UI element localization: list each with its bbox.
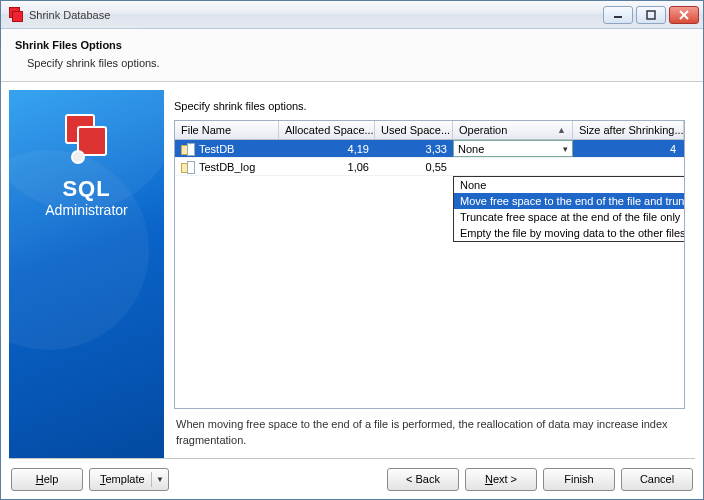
cancel-button[interactable]: Cancel — [621, 468, 693, 491]
col-size-after[interactable]: Size after Shrinking... — [573, 121, 684, 139]
dropdown-option[interactable]: Truncate free space at the end of the fi… — [454, 209, 685, 225]
col-allocated[interactable]: Allocated Space... — [279, 121, 375, 139]
operation-dropdown-list[interactable]: NoneMove free space to the end of the fi… — [453, 176, 685, 242]
template-button[interactable]: Template▼ — [89, 468, 169, 491]
svg-rect-1 — [647, 11, 655, 19]
footer: Help Template▼ < Back Next > Finish Canc… — [1, 459, 703, 499]
sort-asc-icon: ▲ — [557, 125, 566, 135]
cell-allocated: 4,19 — [279, 140, 375, 157]
dropdown-option[interactable]: Empty the file by moving data to the oth… — [454, 225, 685, 241]
next-button[interactable]: Next > — [465, 468, 537, 491]
sidebar: SQL Administrator — [9, 90, 164, 458]
col-used[interactable]: Used Space... — [375, 121, 453, 139]
cell-allocated: 1,06 — [279, 158, 375, 175]
cell-used: 0,55 — [375, 158, 453, 175]
grid-body: TestDB4,193,33None▾4TestDB_log1,060,55No… — [175, 140, 684, 408]
brand-line2: Administrator — [45, 202, 127, 218]
cell-operation[interactable] — [453, 158, 573, 175]
brand-line1: SQL — [45, 176, 127, 202]
close-button[interactable] — [669, 6, 699, 24]
col-file-name[interactable]: File Name — [175, 121, 279, 139]
main-label: Specify shrink files options. — [174, 100, 685, 112]
app-icon — [7, 7, 23, 23]
dropdown-option[interactable]: Move free space to the end of the file a… — [454, 193, 685, 209]
brand-icon — [57, 114, 117, 164]
cell-size-after: 4 — [573, 140, 684, 157]
brand-text: SQL Administrator — [45, 176, 127, 218]
cell-operation[interactable]: None▾ — [453, 140, 573, 157]
help-button[interactable]: Help — [11, 468, 83, 491]
table-row[interactable]: TestDB_log1,060,55 — [175, 158, 684, 176]
table-row[interactable]: TestDB4,193,33None▾4 — [175, 140, 684, 158]
operation-dropdown[interactable]: None▾ — [453, 140, 573, 157]
back-button[interactable]: < Back — [387, 468, 459, 491]
cell-file-name: TestDB — [175, 140, 279, 157]
grid-header: File Name Allocated Space... Used Space.… — [175, 121, 684, 140]
finish-button[interactable]: Finish — [543, 468, 615, 491]
cell-file-name: TestDB_log — [175, 158, 279, 175]
chevron-down-icon: ▼ — [156, 475, 164, 484]
file-icon — [181, 161, 195, 173]
cell-used: 3,33 — [375, 140, 453, 157]
files-grid: File Name Allocated Space... Used Space.… — [174, 120, 685, 409]
minimize-button[interactable] — [603, 6, 633, 24]
maximize-button[interactable] — [636, 6, 666, 24]
col-operation[interactable]: Operation▲ — [453, 121, 573, 139]
cell-size-after — [573, 158, 684, 175]
hint-text: When moving free space to the end of a f… — [174, 409, 685, 450]
chevron-down-icon: ▾ — [563, 144, 568, 154]
file-icon — [181, 143, 195, 155]
dropdown-option[interactable]: None — [454, 177, 685, 193]
